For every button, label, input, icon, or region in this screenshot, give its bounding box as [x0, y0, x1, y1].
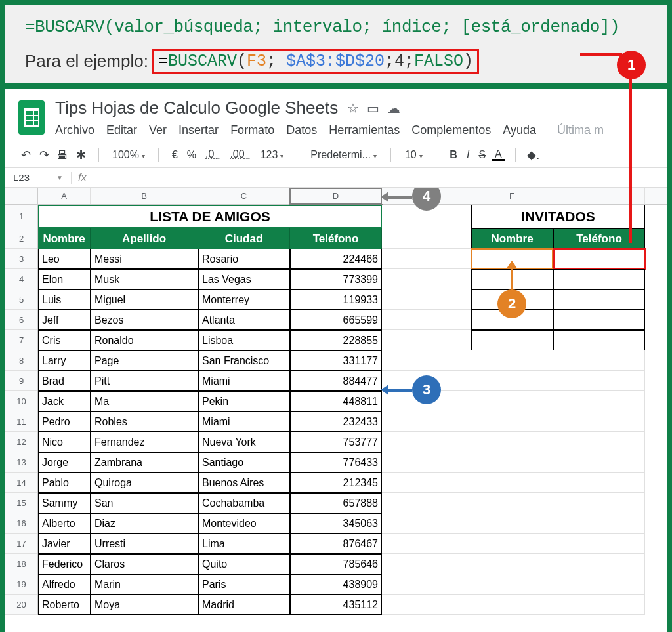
row-header-14[interactable]: 14: [5, 473, 37, 493]
cell[interactable]: 345063: [290, 513, 382, 534]
cell[interactable]: San: [91, 493, 198, 513]
zoom-level[interactable]: 100%: [110, 149, 148, 161]
cell[interactable]: Leo: [38, 249, 91, 269]
cell[interactable]: Nombre: [38, 228, 91, 249]
undo-icon[interactable]: ↶: [18, 148, 33, 162]
row-header-17[interactable]: 17: [5, 534, 37, 554]
cell[interactable]: 773399: [290, 269, 382, 289]
cell[interactable]: Elon: [38, 269, 91, 289]
menu-ayuda[interactable]: Ayuda: [503, 123, 536, 137]
cell[interactable]: Paris: [198, 574, 290, 595]
cell[interactable]: [471, 432, 553, 452]
cell[interactable]: [471, 473, 553, 493]
row-header-19[interactable]: 19: [5, 574, 37, 595]
cell[interactable]: [553, 249, 645, 269]
cell[interactable]: 232433: [290, 411, 382, 432]
cell[interactable]: 212345: [290, 473, 382, 493]
cell[interactable]: LISTA DE AMIGOS: [38, 205, 382, 228]
cell[interactable]: [471, 534, 553, 554]
cell[interactable]: Page: [91, 350, 198, 371]
col-header-f[interactable]: F: [471, 188, 553, 204]
cell[interactable]: [382, 411, 471, 432]
cell[interactable]: Jack: [38, 391, 91, 411]
row-header-10[interactable]: 10: [5, 391, 37, 411]
cell[interactable]: Lisboa: [198, 330, 290, 350]
font-size-select[interactable]: 10: [402, 149, 425, 161]
cell[interactable]: 448811: [290, 391, 382, 411]
row-header-7[interactable]: 7: [5, 330, 37, 350]
move-folder-icon[interactable]: ▭: [367, 100, 379, 116]
cell[interactable]: [382, 534, 471, 554]
cell[interactable]: [553, 350, 645, 371]
cell[interactable]: Robles: [91, 411, 198, 432]
cell[interactable]: Claros: [91, 554, 198, 574]
doc-title[interactable]: Tips Hojas de Calculo Google Sheets: [55, 98, 338, 118]
currency-button[interactable]: €: [169, 149, 180, 161]
cell[interactable]: Apellido: [91, 228, 198, 249]
last-edit-link[interactable]: Última m: [557, 123, 604, 137]
cell[interactable]: [382, 228, 471, 249]
cell[interactable]: [553, 452, 645, 473]
cell[interactable]: Cris: [38, 330, 91, 350]
cell[interactable]: 876467: [290, 534, 382, 554]
cell[interactable]: [471, 391, 553, 411]
cell[interactable]: Roberto: [38, 595, 91, 615]
cell[interactable]: [553, 411, 645, 432]
cell[interactable]: Santiago: [198, 452, 290, 473]
cell[interactable]: Musk: [91, 269, 198, 289]
row-header-1[interactable]: 1: [5, 205, 37, 228]
cell[interactable]: 657888: [290, 493, 382, 513]
cell[interactable]: [553, 269, 645, 289]
cell[interactable]: [471, 554, 553, 574]
cell[interactable]: Rosario: [198, 249, 290, 269]
fill-color-icon[interactable]: ◆.: [526, 148, 541, 162]
redo-icon[interactable]: ↷: [37, 148, 51, 162]
menu-ver[interactable]: Ver: [149, 123, 167, 137]
cell[interactable]: Buenos Aires: [198, 473, 290, 493]
name-box[interactable]: L23▼: [5, 172, 71, 183]
font-family-select[interactable]: Predetermi...: [308, 149, 380, 161]
cell[interactable]: Alfredo: [38, 574, 91, 595]
row-header-18[interactable]: 18: [5, 554, 37, 574]
cell[interactable]: [382, 330, 471, 350]
cell[interactable]: Bezos: [91, 310, 198, 330]
row-header-12[interactable]: 12: [5, 432, 37, 452]
cell[interactable]: Urresti: [91, 534, 198, 554]
strike-button[interactable]: S: [476, 149, 488, 161]
cell[interactable]: [553, 493, 645, 513]
cell[interactable]: Messi: [91, 249, 198, 269]
col-header-d[interactable]: D: [290, 188, 382, 204]
number-format-button[interactable]: 123: [258, 149, 287, 161]
cell[interactable]: Nombre: [471, 228, 553, 249]
cell[interactable]: Ronaldo: [91, 330, 198, 350]
decrease-decimal-button[interactable]: .0←: [203, 148, 223, 161]
col-header-c[interactable]: C: [198, 188, 290, 204]
menu-insertar[interactable]: Insertar: [178, 123, 219, 137]
cell[interactable]: [471, 350, 553, 371]
cell[interactable]: Pekin: [198, 391, 290, 411]
row-header-9[interactable]: 9: [5, 371, 37, 391]
print-icon[interactable]: 🖶: [55, 148, 70, 162]
cell[interactable]: INVITADOS: [471, 205, 645, 228]
cell[interactable]: Diaz: [91, 513, 198, 534]
cell[interactable]: 753777: [290, 432, 382, 452]
col-header-a[interactable]: A: [38, 188, 91, 204]
cell[interactable]: Monterrey: [198, 289, 290, 310]
row-header-2[interactable]: 2: [5, 228, 37, 249]
row-header-5[interactable]: 5: [5, 289, 37, 310]
cell[interactable]: [382, 269, 471, 289]
cell[interactable]: Larry: [38, 350, 91, 371]
cell[interactable]: 228855: [290, 330, 382, 350]
cell[interactable]: [553, 391, 645, 411]
cell[interactable]: Las Vegas: [198, 269, 290, 289]
cell[interactable]: [553, 534, 645, 554]
cell[interactable]: [553, 554, 645, 574]
cell[interactable]: 665599: [290, 310, 382, 330]
cell[interactable]: [471, 411, 553, 432]
percent-button[interactable]: %: [184, 149, 199, 161]
cell[interactable]: Teléfono: [290, 228, 382, 249]
cell[interactable]: Madrid: [198, 595, 290, 615]
cell[interactable]: [553, 371, 645, 391]
cell[interactable]: [553, 330, 645, 350]
cell[interactable]: [471, 330, 553, 350]
